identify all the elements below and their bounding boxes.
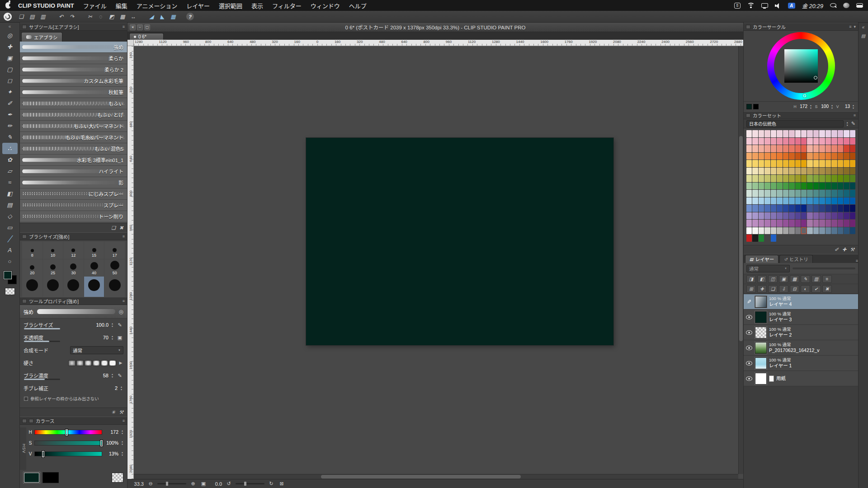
color-swatch[interactable] xyxy=(746,175,752,182)
spotlight-icon[interactable] xyxy=(830,3,836,7)
color-swatch[interactable] xyxy=(752,138,758,145)
color-swatch[interactable] xyxy=(764,160,770,167)
subtool-brush-item[interactable]: 影 xyxy=(20,177,127,188)
rotate-cw-icon[interactable]: ↻ xyxy=(268,481,275,487)
transparent-color-swatch[interactable] xyxy=(5,288,15,295)
pen-pressure-icon[interactable]: ▣ xyxy=(116,335,123,341)
subtool-brush-item[interactable]: もふぃ とげ xyxy=(20,109,127,121)
color-swatch[interactable] xyxy=(807,190,812,197)
pen-pressure-icon[interactable]: ✎ xyxy=(116,322,123,328)
color-swatch[interactable] xyxy=(789,168,794,175)
subtool-brush-item[interactable]: スプレー xyxy=(20,200,127,211)
brush-size-panel-header[interactable]: ブラシサイズ[強め] xyxy=(20,232,127,240)
hue-value[interactable]: 172 xyxy=(798,104,807,109)
transparent-color-swatch[interactable] xyxy=(112,473,123,483)
panel-menu-icon[interactable] xyxy=(849,24,851,29)
frame-tool[interactable]: ▭ xyxy=(2,222,18,233)
brush-size-cell[interactable]: 12 xyxy=(63,242,84,259)
brush-size-cell[interactable] xyxy=(104,277,125,297)
color-swatch[interactable] xyxy=(777,212,782,220)
color-swatch[interactable] xyxy=(819,227,825,235)
airbrush-tool[interactable]: ∴ xyxy=(2,143,18,154)
hardness-more-icon[interactable]: ▶ xyxy=(118,361,123,365)
merge-down-icon[interactable]: ⊟ xyxy=(790,285,799,293)
brush-size-cell[interactable]: 30 xyxy=(63,259,84,277)
color-swatch[interactable] xyxy=(789,153,794,160)
color-swatch[interactable] xyxy=(844,145,849,152)
subtool-brush-item[interactable]: トーン削り xyxy=(20,211,127,222)
color-swatch[interactable] xyxy=(789,145,794,152)
selection-tool[interactable]: ◻ xyxy=(2,75,18,86)
color-swatch[interactable] xyxy=(850,183,855,190)
color-swatch[interactable] xyxy=(813,205,819,212)
auto-select-tool[interactable]: ✦ xyxy=(2,86,18,98)
blend-folder-icon[interactable]: ◨ xyxy=(746,275,756,283)
blend-tool[interactable]: ≈ xyxy=(2,177,18,188)
color-swatch[interactable] xyxy=(746,235,752,242)
color-slider-tab-icon[interactable] xyxy=(29,419,33,423)
color-swatch[interactable] xyxy=(838,183,843,190)
collapse-toolstrip-icon[interactable]: « xyxy=(9,23,11,30)
stepper-arrows[interactable] xyxy=(830,103,834,110)
subtool-brush-item[interactable]: もふぃ xyxy=(20,98,127,109)
brush-size-slider[interactable] xyxy=(24,328,60,329)
snap-ruler-icon[interactable]: ◢ xyxy=(146,12,156,21)
layer-visibility-toggle[interactable] xyxy=(745,315,753,319)
color-swatch[interactable] xyxy=(838,212,843,220)
brush-size-cell[interactable]: 40 xyxy=(84,259,104,277)
color-swatch[interactable] xyxy=(783,130,788,137)
opacity-slider[interactable] xyxy=(24,341,60,342)
color-swatch[interactable] xyxy=(826,212,831,220)
color-swatch[interactable] xyxy=(813,197,819,205)
hsv-axis-label[interactable]: HSV xyxy=(20,427,26,470)
hue-slider[interactable] xyxy=(34,430,102,435)
color-swatch[interactable] xyxy=(819,197,825,205)
color-swatch[interactable] xyxy=(764,212,770,220)
color-swatch[interactable] xyxy=(759,160,764,167)
color-swatch[interactable] xyxy=(801,160,807,167)
color-swatch[interactable] xyxy=(795,212,801,220)
canvas-document[interactable] xyxy=(306,138,613,345)
subtool-brush-item[interactable]: 水彩毛 3標準ein01_1 xyxy=(20,155,127,166)
color-swatch[interactable] xyxy=(764,190,770,197)
minimize-document-button[interactable]: − xyxy=(137,24,143,30)
menu-item[interactable]: ウィンドウ xyxy=(306,1,344,10)
subtool-brush-item[interactable]: 柔らか xyxy=(20,53,127,64)
color-swatch[interactable] xyxy=(795,145,801,152)
color-swatch[interactable] xyxy=(783,153,788,160)
color-swatch[interactable] xyxy=(831,138,837,145)
color-swatch[interactable] xyxy=(795,168,801,175)
color-swatch[interactable] xyxy=(801,130,807,137)
layer-visibility-toggle[interactable] xyxy=(745,330,753,335)
color-swatch[interactable] xyxy=(850,220,855,227)
color-swatch[interactable] xyxy=(777,160,782,167)
brush-tool[interactable]: ✎ xyxy=(2,131,18,143)
color-swatch[interactable] xyxy=(826,190,831,197)
color-swatch[interactable] xyxy=(807,168,812,175)
color-swatch[interactable] xyxy=(795,227,801,235)
apple-menu-icon[interactable] xyxy=(5,2,11,9)
display-icon[interactable] xyxy=(761,3,768,8)
horizontal-scrollbar[interactable] xyxy=(134,474,738,479)
color-swatch[interactable] xyxy=(771,197,776,205)
color-swatch[interactable] xyxy=(752,183,758,190)
color-swatch[interactable] xyxy=(759,205,764,212)
preview-zoom-icon[interactable]: ◎ xyxy=(119,309,123,315)
lock-alpha-icon[interactable]: ▩ xyxy=(790,275,799,283)
color-swatch[interactable] xyxy=(759,227,764,235)
color-swatch[interactable] xyxy=(795,220,801,227)
color-swatch[interactable] xyxy=(771,138,776,145)
color-swatch[interactable] xyxy=(789,212,794,220)
color-swatch[interactable] xyxy=(813,168,819,175)
color-swatch[interactable] xyxy=(752,168,758,175)
color-swatch[interactable] xyxy=(752,227,758,235)
color-swatch[interactable] xyxy=(826,227,831,235)
color-swatch[interactable] xyxy=(826,197,831,205)
color-swatch[interactable] xyxy=(819,183,825,190)
value-slider[interactable] xyxy=(34,451,102,456)
stepper-arrows[interactable] xyxy=(110,322,114,328)
color-swatch[interactable] xyxy=(801,145,807,152)
color-swatch[interactable] xyxy=(844,183,849,190)
color-swatch[interactable] xyxy=(807,227,812,235)
color-swatch[interactable] xyxy=(789,220,794,227)
